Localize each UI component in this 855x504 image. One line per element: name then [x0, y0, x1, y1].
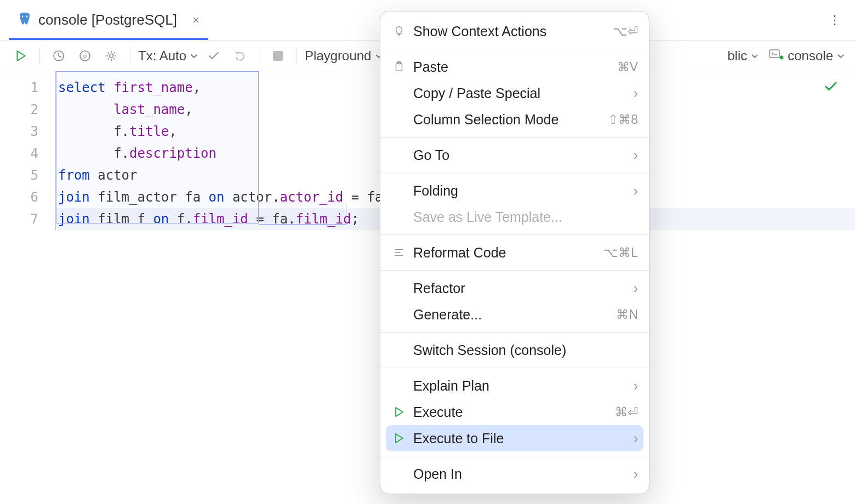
rollback-icon[interactable] [229, 45, 251, 67]
menu-separator [380, 173, 649, 173]
shortcut: ⌘⏎ [615, 405, 638, 420]
chevron-right-icon: › [634, 147, 638, 163]
clipboard-icon [391, 61, 407, 73]
shortcut: ⌘N [616, 307, 638, 322]
menu-label: Refactor [413, 280, 627, 296]
history-icon[interactable] [48, 45, 70, 67]
menu-execute-to-file[interactable]: Execute to File › [386, 425, 643, 451]
gutter: 1 2 3 4 5 6 7 [0, 71, 55, 230]
svg-point-5 [110, 54, 113, 58]
menu-separator [380, 368, 649, 368]
shortcut: ⇧⌘8 [608, 112, 638, 127]
line-number: 4 [0, 142, 38, 164]
menu-execute[interactable]: Execute ⌘⏎ [380, 399, 649, 425]
menu-label: Generate... [413, 307, 609, 323]
svg-point-1 [26, 15, 28, 17]
separator [259, 48, 259, 64]
run-button[interactable] [10, 45, 32, 67]
more-menu-icon[interactable]: ⋮ [829, 13, 842, 27]
menu-label: Execute to File [413, 431, 627, 446]
line-number: 3 [0, 121, 38, 142]
menu-show-context-actions[interactable]: Show Context Actions ⌥⏎ [380, 18, 649, 44]
svg-point-0 [22, 15, 24, 17]
separator [39, 48, 40, 64]
menu-separator [380, 332, 649, 333]
svg-point-7 [780, 55, 784, 59]
tx-mode-dropdown[interactable]: Tx: Auto [138, 48, 198, 64]
menu-label: Copy / Paste Special [413, 85, 627, 101]
shortcut: ⌘V [617, 60, 638, 75]
status-ok-icon [823, 79, 839, 96]
menu-label: Explain Plan [413, 378, 627, 394]
context-menu: Show Context Actions ⌥⏎ Paste ⌘V Copy / … [380, 11, 649, 494]
chevron-right-icon: › [634, 431, 638, 446]
menu-explain-plan[interactable]: Explain Plan › [380, 373, 649, 399]
menu-copy-paste-special[interactable]: Copy / Paste Special › [380, 80, 649, 106]
tab-console[interactable]: console [PostgreSQL] × [9, 0, 208, 40]
menu-reformat-code[interactable]: Reformat Code ⌥⌘L [380, 239, 649, 266]
settings-icon[interactable] [100, 45, 122, 67]
menu-label: Reformat Code [413, 245, 597, 261]
menu-label: Switch Session (console) [413, 342, 638, 358]
separator [130, 48, 130, 64]
postgres-icon [18, 13, 32, 28]
line-number: 2 [0, 99, 38, 121]
stop-button[interactable] [267, 45, 289, 67]
menu-separator [380, 270, 649, 271]
line-number: 7 [0, 208, 38, 230]
chevron-right-icon: › [634, 183, 638, 199]
reformat-icon [391, 247, 407, 259]
menu-paste[interactable]: Paste ⌘V [380, 54, 649, 80]
menu-folding[interactable]: Folding › [380, 177, 649, 204]
menu-separator [380, 49, 649, 49]
menu-label: Open In [413, 466, 627, 482]
menu-label: Save as Live Template... [413, 209, 638, 225]
session-label: console [788, 48, 833, 64]
chevron-right-icon: › [634, 85, 638, 101]
commit-icon[interactable] [203, 45, 225, 67]
p-icon[interactable]: p [74, 45, 96, 67]
menu-separator [380, 456, 649, 456]
menu-label: Paste [413, 59, 611, 75]
menu-label: Execute [413, 404, 608, 420]
menu-label: Go To [413, 147, 627, 163]
menu-go-to[interactable]: Go To › [380, 142, 649, 168]
play-icon [391, 406, 407, 417]
schema-dropdown[interactable]: blic [727, 48, 759, 64]
svg-rect-6 [770, 50, 779, 58]
separator [297, 48, 297, 64]
chevron-right-icon: › [634, 280, 638, 296]
tab-title: console [PostgreSQL] [38, 12, 177, 28]
session-icon [769, 48, 784, 64]
playground-dropdown[interactable]: Playground [305, 48, 383, 64]
close-icon[interactable]: × [192, 13, 200, 27]
menu-save-live-template: Save as Live Template... [380, 204, 649, 230]
shortcut: ⌥⏎ [613, 24, 638, 39]
menu-label: Folding [413, 183, 627, 199]
schema-label: blic [727, 48, 747, 64]
chevron-right-icon: › [634, 466, 638, 482]
menu-separator [380, 234, 649, 235]
menu-label: Show Context Actions [413, 24, 606, 39]
play-icon [391, 433, 407, 444]
playground-label: Playground [305, 48, 371, 64]
menu-switch-session[interactable]: Switch Session (console) [380, 337, 649, 363]
menu-column-selection[interactable]: Column Selection Mode ⇧⌘8 [380, 106, 649, 133]
chevron-right-icon: › [634, 378, 638, 394]
line-number: 5 [0, 164, 38, 186]
svg-text:p: p [83, 53, 87, 59]
bulb-icon [391, 25, 407, 37]
menu-open-in[interactable]: Open In › [380, 461, 649, 487]
session-dropdown[interactable]: console [769, 48, 845, 64]
tx-label: Tx: Auto [138, 48, 186, 64]
menu-separator [380, 137, 649, 138]
menu-generate[interactable]: Generate... ⌘N [380, 301, 649, 328]
menu-refactor[interactable]: Refactor › [380, 275, 649, 301]
line-number: 6 [0, 186, 38, 208]
shortcut: ⌥⌘L [603, 245, 638, 260]
line-number: 1 [0, 77, 38, 99]
menu-label: Column Selection Mode [413, 112, 601, 128]
